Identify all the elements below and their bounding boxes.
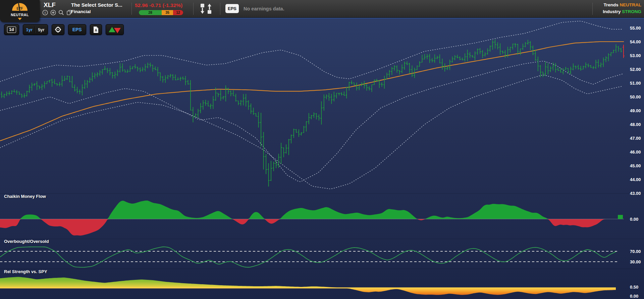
relstrength-baseline-label: 0.50	[630, 285, 638, 290]
relstrength-floor-label: 0.00	[630, 294, 638, 299]
signals-toggle-button[interactable]	[106, 24, 124, 35]
header-divider	[131, 3, 132, 15]
relstrength-panel-title: Rel Strength vs. SPY	[4, 269, 47, 274]
last-price: 52.96	[135, 2, 148, 8]
range-5yr[interactable]: 5yr	[36, 27, 47, 32]
price-tick-label: 49.00	[630, 108, 641, 113]
candles-down	[623, 45, 625, 58]
eps-toggle-label: EPS	[71, 27, 83, 32]
etf-rating-gauge[interactable]: ETF NEUTRAL	[0, 0, 40, 22]
price-tick-label: 47.00	[630, 136, 641, 141]
chaikin-analytics-app: XLF i The Select Sector S... Financial 5…	[0, 0, 644, 299]
cmf-negative-area	[0, 219, 616, 236]
eps-message: No earnings data.	[244, 0, 284, 17]
price-change: -0.71	[149, 2, 161, 8]
power-gauge-bearish: 12	[173, 10, 183, 15]
export-pdf-button[interactable]: A	[90, 24, 102, 35]
obos-line	[0, 247, 616, 267]
industry-value: STRONG	[622, 9, 641, 14]
price-change-pct: (-1.32%)	[163, 2, 182, 8]
add-icon[interactable]	[50, 10, 56, 15]
header-bar: XLF i The Select Sector S... Financial 5…	[0, 0, 644, 18]
eps-badge[interactable]: EPS	[225, 4, 239, 13]
search-icon[interactable]	[58, 10, 64, 15]
obos-level-label: 30.00	[630, 259, 641, 264]
gauge-icon: ETF	[10, 1, 29, 11]
header-divider	[193, 3, 194, 15]
main-price-panel: 55.0054.0053.0052.0051.0050.0049.0048.00…	[0, 21, 641, 196]
cmf-current-bar	[618, 215, 623, 219]
bollinger-band-lower	[0, 75, 623, 189]
timeframe-1d-label: 1d	[7, 27, 16, 33]
cmf-panel-title: Chaikin Money Flow	[4, 194, 46, 199]
price-quote: 52.96 -0.71 (-1.32%)	[135, 2, 182, 8]
cmf-panel: 0.00	[0, 201, 638, 236]
cmf-zero-label: 0.00	[630, 217, 638, 222]
relstrength-panel: 0.500.00	[0, 277, 638, 299]
power-gauge-neutral: 35	[162, 10, 173, 15]
trends-value: NEUTRAL	[620, 2, 642, 7]
power-gauge[interactable]: 28 35 12	[139, 10, 183, 15]
header-divider	[220, 3, 220, 15]
sector-label[interactable]: Financial	[71, 9, 91, 14]
svg-text:ETF: ETF	[17, 7, 23, 10]
price-tick-label: 52.00	[630, 67, 641, 72]
price-chart-canvas[interactable]: 55.0054.0053.0052.0051.0050.0049.0048.00…	[0, 17, 644, 299]
etf-rating-label: NEUTRAL	[0, 13, 40, 17]
obos-panel: 70.0030.00	[0, 247, 641, 267]
price-tick-label: 46.00	[630, 150, 641, 155]
ticker-symbol: XLF	[44, 1, 56, 9]
price-tick-label: 45.00	[630, 163, 641, 168]
header-divider	[592, 3, 593, 15]
svg-text:i: i	[45, 11, 46, 14]
obos-level-label: 70.00	[630, 249, 641, 254]
bollinger-band-middle	[0, 61, 623, 182]
fund-name[interactable]: The Select Sector S...	[71, 2, 135, 8]
industry-label: Industry	[603, 9, 621, 14]
power-gauge-bullish: 28	[139, 10, 162, 15]
obos-panel-title: Overbought/Oversold	[4, 239, 49, 244]
price-tick-label: 53.00	[630, 53, 641, 58]
eps-toggle-button[interactable]: EPS	[68, 24, 86, 35]
pdf-file-icon: A	[93, 26, 99, 33]
chevron-down-icon[interactable]	[18, 18, 22, 20]
info-icon[interactable]: i	[42, 10, 48, 15]
price-tick-label: 43.00	[630, 191, 641, 196]
candles-up	[1, 39, 622, 186]
price-tick-label: 44.00	[630, 177, 641, 182]
price-tick-label: 51.00	[630, 81, 641, 86]
price-tick-label: 48.00	[630, 122, 641, 127]
chart-toolbar: 1d 1yr 5yr EPS A	[4, 24, 124, 35]
crosshair-target-icon	[55, 26, 61, 33]
range-1yr[interactable]: 1yr	[24, 27, 35, 32]
moving-average-line	[0, 42, 624, 141]
relstrength-baseline	[0, 288, 616, 289]
price-tick-label: 55.00	[630, 26, 641, 31]
compare-sort-icon[interactable]	[199, 3, 213, 16]
timeframe-1d-button[interactable]: 1d	[4, 24, 19, 35]
relstrength-area	[0, 277, 616, 295]
price-tick-label: 50.00	[630, 94, 641, 99]
range-toggle-button: 1yr 5yr	[23, 24, 48, 35]
bearish-signal-icon	[114, 28, 121, 33]
trends-industry-block: Trends NEUTRAL Industry STRONG	[603, 2, 641, 15]
cmf-positive-area	[0, 201, 616, 219]
price-tick-label: 54.00	[630, 39, 641, 44]
svg-text:A: A	[95, 29, 97, 32]
crosshair-button[interactable]	[52, 24, 64, 35]
trends-label: Trends	[603, 2, 618, 7]
